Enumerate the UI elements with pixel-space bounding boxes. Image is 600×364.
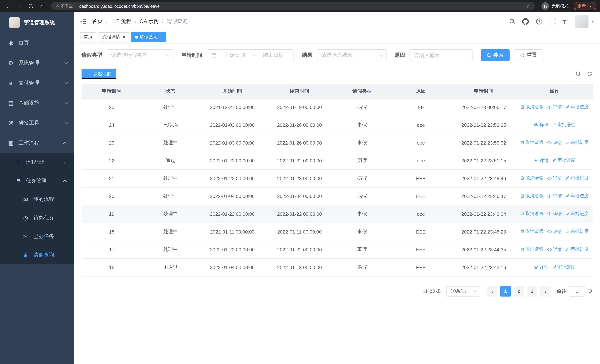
active-dot (135, 35, 138, 38)
page-button-1[interactable]: 1 (500, 286, 511, 296)
reason-input[interactable] (410, 49, 472, 61)
breadcrumb-item[interactable]: 首页 (92, 18, 103, 25)
sidebar-item-my-process[interactable]: ✉ 我的流程 (0, 190, 74, 209)
security-warning[interactable]: ⚠不安全 (56, 3, 73, 9)
breadcrumb: 首页/工作流程/OA 示例/请假查询 (92, 18, 188, 25)
tab-首页[interactable]: 首页 (80, 32, 96, 42)
breadcrumb-item[interactable]: OA 示例 (140, 18, 159, 25)
detail-link[interactable]: 详情 (534, 158, 548, 164)
sidebar-item-infrastructure[interactable]: ▤ 基础设施 (0, 93, 74, 113)
app-logo[interactable]: 芋道管理系统 (0, 12, 74, 33)
cancel-leave-link[interactable]: 取消请假 (520, 104, 543, 110)
sidebar-item-workflow[interactable]: ▣ 工作流程 (0, 133, 74, 153)
detail-link[interactable]: 详情 (534, 122, 548, 128)
leave-icon: ♟ (22, 252, 29, 258)
create-leave-button[interactable]: ＋ 发起请假 (82, 69, 116, 79)
cell-start-time: 2022-01-03 00:00:00 (199, 116, 265, 134)
github-link[interactable] (522, 18, 529, 25)
reload-button[interactable] (26, 1, 36, 11)
cancel-leave-link[interactable]: 取消请假 (520, 140, 543, 146)
address-bar[interactable]: ⚠不安全 | dashboard.yudao.iocoder.cn/bpm/oa… (51, 2, 535, 10)
fullscreen-button[interactable] (549, 19, 555, 24)
leave-type-select[interactable]: 请选择请假类型 (107, 49, 173, 61)
sidebar: 芋道管理系统 ◉ 首页 ⚙ 系统管理 ¥ 支付管理 ▤ 基础设施 ⚒ 研发工具 … (0, 12, 74, 364)
cancel-leave-link[interactable]: 取消请假 (520, 193, 543, 199)
browser-menu-icon[interactable]: ⋮ (588, 3, 593, 9)
page-size-select[interactable]: 10条/页 (446, 286, 480, 296)
detail-link[interactable]: 详情 (534, 264, 548, 271)
approval-progress-link[interactable]: 审批进度 (552, 264, 575, 271)
chevron-down-icon (379, 53, 383, 56)
approval-progress-link[interactable]: 审批进度 (565, 193, 589, 199)
user-menu[interactable] (575, 15, 594, 28)
detail-link[interactable]: 详情 (547, 246, 562, 253)
detail-link[interactable]: 详情 (547, 229, 562, 235)
approval-progress-link[interactable]: 审批进度 (565, 140, 589, 146)
edit-icon (565, 105, 570, 109)
sidebar-item-process-mgmt[interactable]: ≣ 流程管理 (0, 153, 74, 172)
search-button[interactable] (509, 19, 515, 24)
search-submit-button[interactable]: 搜索 (481, 49, 510, 61)
sidebar-item-todo-tasks[interactable]: ◎ 待办任务 (0, 209, 74, 227)
help-button[interactable]: ? (536, 18, 542, 25)
font-size-button[interactable]: TT (562, 19, 568, 24)
close-icon[interactable]: × (123, 35, 125, 39)
approval-progress-link[interactable]: 审批进度 (552, 122, 575, 128)
next-page-button[interactable]: › (540, 286, 551, 296)
sidebar-item-dev-tools[interactable]: ⚒ 研发工具 (0, 113, 74, 133)
browser-update-button[interactable]: 更新 ⋮ (574, 2, 596, 10)
bookmark-star-icon[interactable]: ☆ (526, 3, 530, 9)
detail-link[interactable]: 详情 (547, 211, 562, 217)
detail-link[interactable]: 详情 (547, 175, 562, 182)
detail-link[interactable]: 详情 (547, 140, 562, 146)
tab-请假查询[interactable]: 请假查询 × (131, 32, 166, 42)
sidebar-collapse-button[interactable] (80, 19, 86, 24)
incognito-profile-chip[interactable]: 无痕模式 (542, 2, 569, 10)
close-icon[interactable]: × (160, 35, 163, 39)
chevron-icon (64, 101, 68, 104)
sidebar-item-payment[interactable]: ¥ 支付管理 (0, 73, 74, 93)
approval-progress-link[interactable]: 审批进度 (565, 175, 589, 181)
cell-status: 已取消 (142, 116, 199, 134)
approval-progress-link[interactable]: 审批进度 (565, 211, 589, 217)
eye-icon (547, 141, 552, 145)
tab-流程详情[interactable]: 流程详情 × (99, 32, 129, 42)
approval-progress-link[interactable]: 审批进度 (565, 246, 589, 253)
apply-time-range-picker[interactable]: 开始日期 - 结束日期 (207, 49, 294, 61)
approval-progress-link[interactable]: 审批进度 (552, 157, 575, 164)
eye-icon (534, 123, 538, 127)
trash-icon (520, 105, 525, 109)
toggle-search-button[interactable] (576, 71, 581, 76)
cancel-leave-link[interactable]: 取消请假 (520, 175, 543, 181)
cancel-leave-link[interactable]: 取消请假 (520, 211, 543, 217)
cell-leave-type: 事假 (334, 205, 391, 223)
goto-page-input[interactable] (569, 286, 585, 296)
detail-link[interactable]: 详情 (547, 193, 562, 199)
refresh-table-button[interactable] (587, 71, 593, 76)
cell-start-time: 2022-01-22 00:00:00 (199, 205, 265, 223)
approval-progress-link[interactable]: 审批进度 (565, 104, 589, 110)
sidebar-item-done-tasks[interactable]: ✂ 已办任务 (0, 227, 74, 246)
breadcrumb-item[interactable]: 工作流程 (111, 18, 131, 25)
result-select[interactable]: 请选择流结果 (317, 49, 386, 61)
page-button-3[interactable]: 3 (527, 286, 537, 296)
sidebar-item-system[interactable]: ⚙ 系统管理 (0, 53, 74, 73)
back-button[interactable]: ← (4, 1, 13, 11)
cancel-leave-link[interactable]: 取消请假 (520, 229, 543, 235)
approval-progress-link[interactable]: 审批进度 (565, 229, 589, 235)
sidebar-item-leave-query[interactable]: ♟ 请假查询 (0, 246, 74, 264)
sidebar-item-home[interactable]: ◉ 首页 (0, 33, 74, 53)
chevron-icon (64, 160, 68, 164)
top-navbar: 首页/工作流程/OA 示例/请假查询 ? TT (74, 12, 600, 31)
breadcrumb-item: 请假查询 (167, 18, 188, 25)
sidebar-item-task-mgmt[interactable]: ⚑ 任务管理 (0, 172, 74, 190)
cancel-leave-link[interactable]: 取消请假 (520, 246, 543, 253)
reset-button[interactable]: 重置 (514, 49, 543, 61)
detail-link[interactable]: 详情 (547, 104, 562, 111)
prev-page-button[interactable]: ‹ (487, 286, 497, 296)
home-button[interactable]: ⌂ (37, 1, 47, 11)
page-button-2[interactable]: 2 (514, 286, 524, 296)
cell-start-time: 2022-01-03 00:00:00 (199, 134, 265, 152)
forward-button[interactable]: → (15, 1, 24, 11)
process-icon: ≣ (15, 159, 21, 166)
